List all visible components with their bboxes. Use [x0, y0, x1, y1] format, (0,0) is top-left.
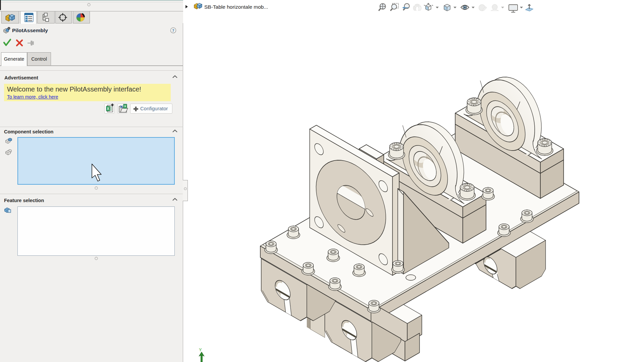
svg-text:?: ? — [172, 28, 174, 33]
svg-text:SB-Table horizontale mob...: SB-Table horizontale mob... — [204, 4, 268, 10]
svg-text:Y: Y — [199, 347, 202, 352]
